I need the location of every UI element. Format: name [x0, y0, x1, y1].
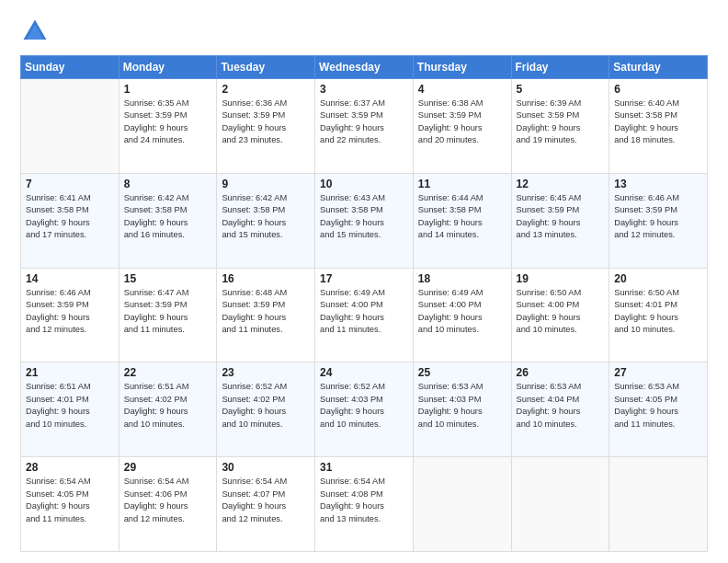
- calendar-cell: 14Sunrise: 6:46 AM Sunset: 3:59 PM Dayli…: [21, 268, 119, 362]
- calendar-cell: 13Sunrise: 6:46 AM Sunset: 3:59 PM Dayli…: [609, 173, 708, 268]
- calendar-col-tuesday: Tuesday: [217, 56, 315, 79]
- calendar-cell: 15Sunrise: 6:47 AM Sunset: 3:59 PM Dayli…: [119, 268, 217, 362]
- calendar-cell: 21Sunrise: 6:51 AM Sunset: 4:01 PM Dayli…: [21, 362, 119, 457]
- calendar-cell: 29Sunrise: 6:54 AM Sunset: 4:06 PM Dayli…: [119, 457, 217, 552]
- day-number: 27: [614, 366, 702, 379]
- day-number: 13: [614, 178, 702, 190]
- calendar-cell: 22Sunrise: 6:51 AM Sunset: 4:02 PM Dayli…: [119, 362, 217, 457]
- calendar-cell: 12Sunrise: 6:45 AM Sunset: 3:59 PM Dayli…: [511, 173, 609, 268]
- day-number: 29: [124, 461, 212, 474]
- day-info: Sunrise: 6:53 AM Sunset: 4:03 PM Dayligh…: [418, 381, 506, 431]
- day-info: Sunrise: 6:54 AM Sunset: 4:08 PM Dayligh…: [320, 476, 408, 525]
- day-info: Sunrise: 6:50 AM Sunset: 4:01 PM Dayligh…: [614, 287, 702, 337]
- page: SundayMondayTuesdayWednesdayThursdayFrid…: [0, 0, 728, 563]
- day-number: 17: [320, 272, 408, 285]
- calendar-cell: 7Sunrise: 6:41 AM Sunset: 3:58 PM Daylig…: [21, 173, 119, 268]
- calendar-cell: 19Sunrise: 6:50 AM Sunset: 4:00 PM Dayli…: [511, 268, 609, 362]
- calendar-week-row: 7Sunrise: 6:41 AM Sunset: 3:58 PM Daylig…: [21, 173, 708, 268]
- day-number: 12: [517, 178, 605, 190]
- day-info: Sunrise: 6:44 AM Sunset: 3:58 PM Dayligh…: [418, 192, 506, 242]
- calendar-cell: 8Sunrise: 6:42 AM Sunset: 3:58 PM Daylig…: [119, 173, 217, 268]
- calendar-cell: 23Sunrise: 6:52 AM Sunset: 4:02 PM Dayli…: [217, 362, 315, 457]
- day-number: 31: [320, 461, 408, 474]
- day-number: 11: [418, 178, 506, 190]
- calendar-week-row: 28Sunrise: 6:54 AM Sunset: 4:05 PM Dayli…: [21, 457, 708, 552]
- day-number: 22: [124, 366, 212, 379]
- header: [20, 17, 708, 46]
- calendar-cell: 20Sunrise: 6:50 AM Sunset: 4:01 PM Dayli…: [609, 268, 708, 362]
- calendar-col-sunday: Sunday: [21, 56, 119, 79]
- day-info: Sunrise: 6:49 AM Sunset: 4:00 PM Dayligh…: [320, 287, 408, 337]
- calendar-col-thursday: Thursday: [413, 56, 511, 79]
- calendar-cell: [609, 457, 708, 552]
- calendar-cell: 11Sunrise: 6:44 AM Sunset: 3:58 PM Dayli…: [413, 173, 511, 268]
- day-info: Sunrise: 6:45 AM Sunset: 3:59 PM Dayligh…: [517, 192, 605, 242]
- day-info: Sunrise: 6:40 AM Sunset: 3:58 PM Dayligh…: [614, 98, 702, 147]
- day-info: Sunrise: 6:46 AM Sunset: 3:59 PM Dayligh…: [614, 192, 702, 242]
- day-number: 1: [124, 83, 212, 96]
- day-info: Sunrise: 6:43 AM Sunset: 3:58 PM Dayligh…: [320, 192, 408, 242]
- day-number: 21: [26, 366, 114, 379]
- calendar-cell: 1Sunrise: 6:35 AM Sunset: 3:59 PM Daylig…: [119, 79, 217, 174]
- day-number: 8: [124, 178, 212, 190]
- day-info: Sunrise: 6:54 AM Sunset: 4:07 PM Dayligh…: [222, 476, 310, 525]
- day-info: Sunrise: 6:38 AM Sunset: 3:59 PM Dayligh…: [418, 98, 506, 147]
- calendar-col-friday: Friday: [511, 56, 609, 79]
- day-number: 10: [320, 178, 408, 190]
- day-number: 23: [222, 366, 310, 379]
- calendar-week-row: 1Sunrise: 6:35 AM Sunset: 3:59 PM Daylig…: [21, 79, 708, 174]
- day-info: Sunrise: 6:54 AM Sunset: 4:06 PM Dayligh…: [124, 476, 212, 525]
- day-number: 6: [614, 83, 702, 96]
- calendar-cell: 2Sunrise: 6:36 AM Sunset: 3:59 PM Daylig…: [217, 79, 315, 174]
- calendar-cell: 31Sunrise: 6:54 AM Sunset: 4:08 PM Dayli…: [315, 457, 414, 552]
- day-number: 18: [418, 272, 506, 285]
- calendar-cell: 16Sunrise: 6:48 AM Sunset: 3:59 PM Dayli…: [217, 268, 315, 362]
- logo: [20, 17, 55, 46]
- calendar-cell: [511, 457, 609, 552]
- calendar-table: SundayMondayTuesdayWednesdayThursdayFrid…: [20, 55, 708, 552]
- day-info: Sunrise: 6:52 AM Sunset: 4:03 PM Dayligh…: [320, 381, 408, 431]
- calendar-cell: 17Sunrise: 6:49 AM Sunset: 4:00 PM Dayli…: [315, 268, 414, 362]
- day-info: Sunrise: 6:37 AM Sunset: 3:59 PM Dayligh…: [320, 98, 408, 147]
- day-number: 5: [517, 83, 605, 96]
- calendar-header-row: SundayMondayTuesdayWednesdayThursdayFrid…: [21, 56, 708, 79]
- day-number: 14: [26, 272, 114, 285]
- calendar-cell: [413, 457, 511, 552]
- calendar-week-row: 14Sunrise: 6:46 AM Sunset: 3:59 PM Dayli…: [21, 268, 708, 362]
- calendar-cell: 5Sunrise: 6:39 AM Sunset: 3:59 PM Daylig…: [511, 79, 609, 174]
- calendar-cell: 10Sunrise: 6:43 AM Sunset: 3:58 PM Dayli…: [315, 173, 414, 268]
- day-number: 7: [26, 178, 114, 190]
- day-info: Sunrise: 6:49 AM Sunset: 4:00 PM Dayligh…: [418, 287, 506, 337]
- day-number: 24: [320, 366, 408, 379]
- day-info: Sunrise: 6:42 AM Sunset: 3:58 PM Dayligh…: [222, 192, 310, 242]
- calendar-cell: 3Sunrise: 6:37 AM Sunset: 3:59 PM Daylig…: [315, 79, 414, 174]
- day-number: 26: [517, 366, 605, 379]
- calendar-cell: [21, 79, 119, 174]
- day-number: 4: [418, 83, 506, 96]
- day-number: 28: [26, 461, 114, 474]
- day-number: 16: [222, 272, 310, 285]
- day-number: 19: [517, 272, 605, 285]
- day-number: 9: [222, 178, 310, 190]
- calendar-cell: 18Sunrise: 6:49 AM Sunset: 4:00 PM Dayli…: [413, 268, 511, 362]
- calendar-cell: 4Sunrise: 6:38 AM Sunset: 3:59 PM Daylig…: [413, 79, 511, 174]
- day-info: Sunrise: 6:41 AM Sunset: 3:58 PM Dayligh…: [26, 192, 114, 242]
- day-info: Sunrise: 6:35 AM Sunset: 3:59 PM Dayligh…: [124, 98, 212, 147]
- calendar-cell: 26Sunrise: 6:53 AM Sunset: 4:04 PM Dayli…: [511, 362, 609, 457]
- calendar-col-monday: Monday: [119, 56, 217, 79]
- day-info: Sunrise: 6:39 AM Sunset: 3:59 PM Dayligh…: [517, 98, 605, 147]
- day-info: Sunrise: 6:42 AM Sunset: 3:58 PM Dayligh…: [124, 192, 212, 242]
- calendar-cell: 27Sunrise: 6:53 AM Sunset: 4:05 PM Dayli…: [609, 362, 708, 457]
- day-info: Sunrise: 6:52 AM Sunset: 4:02 PM Dayligh…: [222, 381, 310, 431]
- day-info: Sunrise: 6:36 AM Sunset: 3:59 PM Dayligh…: [222, 98, 310, 147]
- logo-icon: [20, 17, 50, 46]
- day-info: Sunrise: 6:51 AM Sunset: 4:01 PM Dayligh…: [26, 381, 114, 431]
- day-info: Sunrise: 6:53 AM Sunset: 4:04 PM Dayligh…: [517, 381, 605, 431]
- day-info: Sunrise: 6:47 AM Sunset: 3:59 PM Dayligh…: [124, 287, 212, 337]
- day-info: Sunrise: 6:48 AM Sunset: 3:59 PM Dayligh…: [222, 287, 310, 337]
- calendar-cell: 28Sunrise: 6:54 AM Sunset: 4:05 PM Dayli…: [21, 457, 119, 552]
- calendar-cell: 9Sunrise: 6:42 AM Sunset: 3:58 PM Daylig…: [217, 173, 315, 268]
- calendar-col-wednesday: Wednesday: [315, 56, 414, 79]
- day-number: 2: [222, 83, 310, 96]
- day-number: 25: [418, 366, 506, 379]
